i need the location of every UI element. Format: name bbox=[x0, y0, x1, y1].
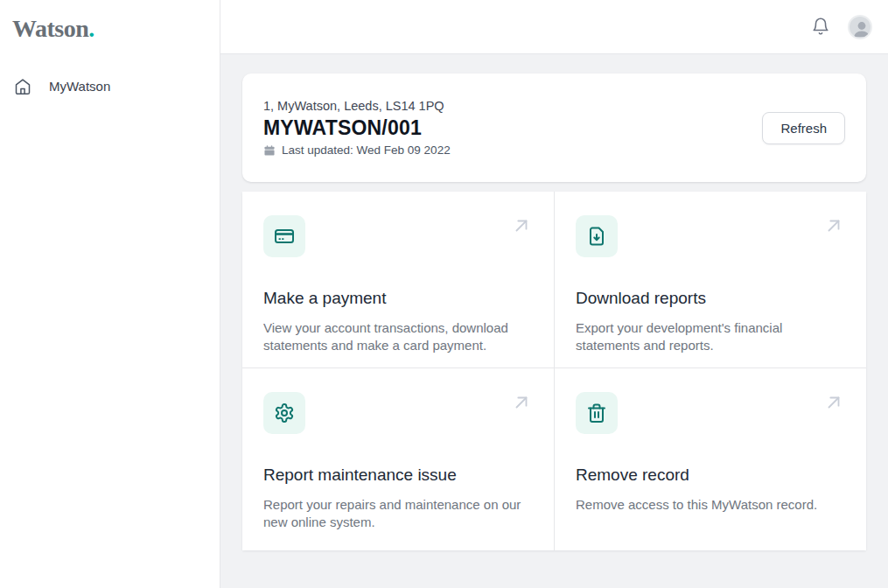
bell-icon bbox=[811, 17, 830, 36]
icon-tile bbox=[263, 392, 305, 434]
action-description: Remove access to this MyWatson record. bbox=[576, 496, 838, 514]
refresh-button[interactable]: Refresh bbox=[762, 112, 845, 144]
action-card-report-maintenance[interactable]: Report maintenance issue Report your rep… bbox=[242, 368, 555, 550]
icon-tile bbox=[263, 215, 305, 257]
action-title: Download reports bbox=[576, 289, 845, 308]
sidebar-item-mywatson[interactable]: MyWatson bbox=[0, 71, 220, 102]
property-info: 1, MyWatson, Leeds, LS14 1PQ MYWATSON/00… bbox=[263, 99, 451, 157]
watson-logo: Watson. bbox=[0, 16, 220, 43]
arrow-up-right-icon bbox=[512, 216, 531, 235]
open-link-indicator bbox=[824, 393, 843, 412]
sidebar-item-label: MyWatson bbox=[49, 79, 110, 94]
arrow-up-right-icon bbox=[512, 393, 531, 412]
property-address: 1, MyWatson, Leeds, LS14 1PQ bbox=[263, 99, 451, 113]
user-icon bbox=[850, 17, 872, 39]
user-avatar[interactable] bbox=[848, 15, 872, 39]
last-updated-row: Last updated: Wed Feb 09 2022 bbox=[263, 144, 451, 157]
gear-icon bbox=[274, 402, 295, 424]
action-description: Export your development's financial stat… bbox=[576, 319, 838, 354]
home-icon bbox=[14, 78, 31, 95]
calendar-icon bbox=[263, 144, 276, 157]
action-grid: Make a payment View your account transac… bbox=[242, 192, 866, 550]
topbar bbox=[220, 0, 888, 54]
open-link-indicator bbox=[512, 393, 531, 412]
action-title: Remove record bbox=[576, 466, 845, 485]
action-description: Report your repairs and maintenance on o… bbox=[263, 496, 526, 531]
icon-tile bbox=[576, 215, 618, 257]
main-column: 1, MyWatson, Leeds, LS14 1PQ MYWATSON/00… bbox=[220, 0, 888, 588]
sidebar-nav: MyWatson bbox=[0, 71, 220, 102]
trash-icon bbox=[586, 402, 607, 424]
action-card-make-payment[interactable]: Make a payment View your account transac… bbox=[242, 192, 555, 368]
arrow-up-right-icon bbox=[824, 393, 843, 412]
credit-card-icon bbox=[274, 226, 295, 247]
arrow-up-right-icon bbox=[824, 216, 843, 235]
file-download-icon bbox=[586, 226, 607, 247]
property-info-card: 1, MyWatson, Leeds, LS14 1PQ MYWATSON/00… bbox=[242, 74, 866, 182]
open-link-indicator bbox=[824, 216, 843, 235]
open-link-indicator bbox=[512, 216, 531, 235]
icon-tile bbox=[576, 392, 618, 434]
sidebar: Watson. MyWatson bbox=[0, 0, 220, 588]
logo-dot: . bbox=[88, 15, 94, 42]
action-description: View your account transactions, download… bbox=[263, 319, 526, 354]
action-title: Make a payment bbox=[263, 289, 533, 308]
last-updated-text: Last updated: Wed Feb 09 2022 bbox=[282, 144, 451, 157]
action-card-download-reports[interactable]: Download reports Export your development… bbox=[555, 192, 866, 368]
logo-text: Watson bbox=[12, 15, 88, 42]
property-reference: MYWATSON/001 bbox=[263, 116, 451, 140]
notifications-button[interactable] bbox=[811, 17, 832, 38]
action-title: Report maintenance issue bbox=[263, 466, 533, 485]
action-card-remove-record[interactable]: Remove record Remove access to this MyWa… bbox=[555, 368, 866, 550]
content-area: 1, MyWatson, Leeds, LS14 1PQ MYWATSON/00… bbox=[220, 54, 888, 588]
